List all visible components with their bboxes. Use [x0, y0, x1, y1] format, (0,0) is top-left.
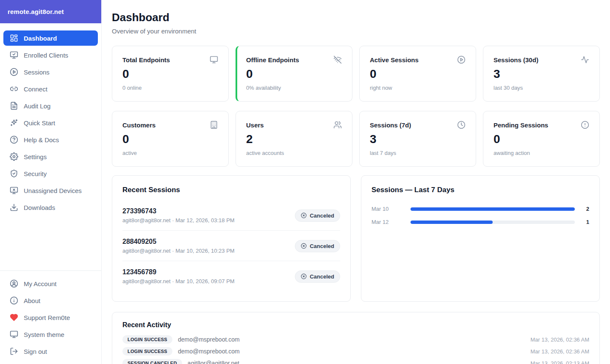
stat-subtext: right now — [370, 85, 466, 91]
heart-icon — [10, 313, 18, 322]
monitor-icon — [10, 330, 18, 339]
sidebar-item-label: Downloads — [24, 204, 55, 211]
download-icon — [10, 203, 18, 212]
stat-label: Offline Endpoints — [246, 56, 299, 63]
sidebar-item-connect[interactable]: Connect — [3, 81, 98, 97]
activity-row: LOGIN SUCCESS demo@mspreboot.com Mar 13,… — [122, 334, 589, 345]
stat-label: Customers — [122, 121, 155, 129]
chart-category-label: Mar 12 — [372, 219, 410, 225]
sidebar-item-sign-out[interactable]: Sign out — [3, 344, 98, 359]
help-circle-icon — [10, 135, 18, 144]
log-out-icon — [10, 347, 18, 356]
session-meta: agit8or@agit8or.net · Mar 10, 2026, 09:0… — [122, 278, 235, 284]
stat-card-pending-sessions: Pending Sessions 0 awaiting action — [483, 111, 600, 167]
stat-card-sessions-30d: Sessions (30d) 3 last 30 days — [483, 46, 600, 102]
monitor-check-icon — [10, 51, 18, 59]
sidebar-item-audit-log[interactable]: Audit Log — [3, 98, 98, 113]
play-circle-icon — [10, 68, 18, 76]
stat-value: 0 — [494, 133, 589, 145]
sidebar-item-settings[interactable]: Settings — [3, 149, 98, 164]
session-row[interactable]: 123456789 agit8or@agit8or.net · Mar 10, … — [122, 261, 340, 291]
sidebar-item-dashboard[interactable]: Dashboard — [3, 30, 98, 46]
dashboard-grid-icon — [10, 34, 18, 42]
bar-chart: Mar 10 2 Mar 12 1 — [372, 206, 589, 225]
activity-row: SESSION CANCELED agit8or@agit8or.net Mar… — [122, 357, 589, 364]
bar-mar-10 — [410, 207, 575, 211]
sidebar-item-downloads[interactable]: Downloads — [3, 200, 98, 215]
sidebar-item-label: Audit Log — [24, 102, 50, 110]
users-icon — [333, 121, 342, 129]
sidebar-item-about[interactable]: About — [3, 293, 98, 308]
sidebar-item-label: Settings — [24, 153, 47, 160]
stat-value: 0 — [246, 68, 342, 80]
activity-timestamp: Mar 13, 2026, 02:36 AM — [530, 348, 589, 355]
circle-x-icon — [301, 273, 307, 279]
monitor-x-icon — [10, 186, 18, 195]
sidebar-item-label: Connect — [24, 85, 47, 93]
sidebar-item-security[interactable]: Security — [3, 166, 98, 181]
stat-value: 3 — [494, 68, 589, 80]
status-badge: Canceled — [295, 210, 340, 222]
alert-circle-icon — [581, 121, 589, 129]
chart-row: Mar 12 1 — [372, 219, 589, 225]
stat-subtext: last 30 days — [494, 85, 589, 91]
panels-row: Recent Sessions 273396743 agit8or@agit8o… — [112, 175, 600, 302]
bar-track — [410, 207, 575, 211]
activity-subject: agit8or@agit8or.net — [188, 360, 239, 364]
sidebar-item-label: Security — [24, 170, 47, 177]
session-row[interactable]: 273396743 agit8or@agit8or.net · Mar 12, … — [122, 200, 340, 231]
sidebar-item-enrolled-clients[interactable]: Enrolled Clients — [3, 47, 98, 63]
brand-header: remote.agit8or.net — [0, 0, 101, 23]
stats-grid: Total Endpoints 0 0 online Offline Endpo… — [112, 46, 600, 167]
sidebar-item-unassigned-devices[interactable]: Unassigned Devices — [3, 183, 98, 198]
activity-subject: demo@mspreboot.com — [178, 348, 240, 355]
chart-value-label: 2 — [575, 206, 589, 212]
session-id: 273396743 — [122, 207, 235, 215]
play-circle-icon — [457, 55, 466, 64]
activity-list: LOGIN SUCCESS demo@mspreboot.com Mar 13,… — [122, 334, 589, 364]
building-icon — [210, 121, 218, 129]
session-id: 288409205 — [122, 238, 235, 245]
sidebar-item-support[interactable]: Support Rem0te — [3, 310, 98, 325]
stat-card-sessions-7d: Sessions (7d) 3 last 7 days — [359, 111, 476, 167]
stat-card-active-sessions: Active Sessions 0 right now — [359, 46, 476, 102]
chart-title: Sessions — Last 7 Days — [372, 186, 589, 194]
sidebar-item-quick-start[interactable]: Quick Start — [3, 115, 98, 130]
chart-row: Mar 10 2 — [372, 206, 589, 212]
stat-subtext: active — [122, 150, 218, 156]
recent-activity-title: Recent Activity — [122, 321, 589, 329]
stat-card-users: Users 2 active accounts — [236, 111, 352, 167]
monitor-icon — [210, 55, 218, 64]
sidebar-item-label: Help & Docs — [24, 136, 59, 143]
circle-x-icon — [301, 212, 307, 218]
activity-badge: SESSION CANCELED — [122, 359, 182, 364]
page-title: Dashboard — [112, 11, 600, 24]
sidebar-item-label: My Account — [24, 280, 57, 287]
sidebar-item-help-docs[interactable]: Help & Docs — [3, 132, 98, 147]
sidebar-item-label: System theme — [24, 331, 64, 338]
user-circle-icon — [10, 279, 18, 288]
sidebar-footer: My Account About Support Rem0te System t… — [0, 270, 101, 364]
sidebar: remote.agit8or.net Dashboard Enrolled Cl… — [0, 0, 102, 364]
session-row[interactable]: 288409205 agit8or@agit8or.net · Mar 10, … — [122, 231, 340, 261]
sessions-chart-panel: Sessions — Last 7 Days Mar 10 2 Mar 12 1 — [361, 175, 600, 302]
activity-timestamp: Mar 13, 2026, 02:36 AM — [530, 336, 589, 343]
sidebar-item-system-theme[interactable]: System theme — [3, 327, 98, 342]
status-label: Canceled — [310, 243, 334, 249]
activity-icon — [581, 55, 589, 64]
sessions-list: 273396743 agit8or@agit8or.net · Mar 12, … — [122, 200, 340, 291]
session-meta: agit8or@agit8or.net · Mar 10, 2026, 10:2… — [122, 248, 235, 254]
circle-x-icon — [301, 243, 307, 249]
main-content: Dashboard Overview of your environment T… — [102, 0, 610, 364]
stat-value: 3 — [370, 133, 466, 145]
status-label: Canceled — [310, 212, 334, 219]
sidebar-item-my-account[interactable]: My Account — [3, 276, 98, 291]
stat-subtext: 0% availability — [246, 85, 342, 91]
stat-card-total-endpoints: Total Endpoints 0 0 online — [112, 46, 229, 102]
stat-label: Sessions (30d) — [494, 56, 538, 63]
chart-category-label: Mar 10 — [372, 206, 410, 212]
sidebar-item-sessions[interactable]: Sessions — [3, 64, 98, 80]
activity-row: LOGIN SUCCESS demo@mspreboot.com Mar 13,… — [122, 345, 589, 357]
recent-activity-panel: Recent Activity LOGIN SUCCESS demo@mspre… — [112, 312, 600, 364]
activity-badge: LOGIN SUCCESS — [122, 335, 172, 344]
